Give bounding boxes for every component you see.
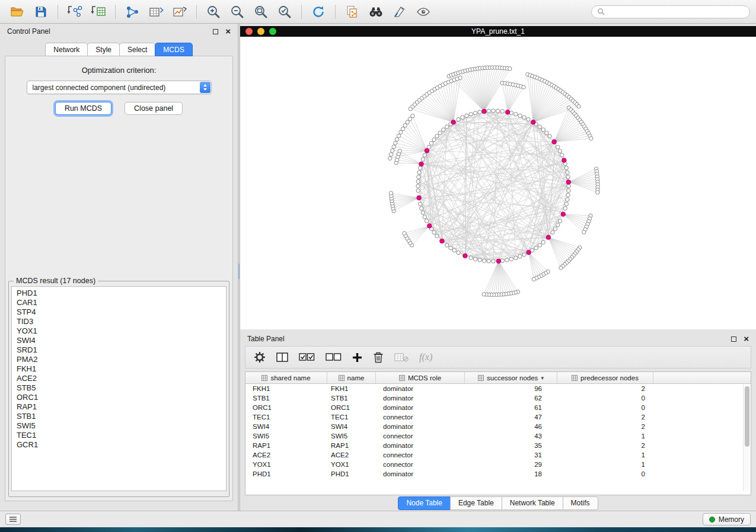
save-session-button[interactable] [30,2,52,21]
list-item[interactable]: RAP1 [17,402,221,412]
table-row[interactable]: SWI5SWI5connector431 [245,431,751,441]
column-header-successor-nodes[interactable]: successor nodes ▾ [465,372,557,383]
close-table-panel-icon[interactable]: × [744,336,749,342]
show-hide-button[interactable] [412,2,435,21]
list-item[interactable]: PMA2 [17,355,221,364]
close-window-icon[interactable] [245,28,253,35]
main-toolbar [0,0,756,24]
import-network-button[interactable] [63,2,86,21]
tab-style[interactable]: Style [87,43,120,56]
dominator-node [419,162,424,166]
table-row[interactable]: YOX1YOX1connector291 [245,460,751,469]
list-item[interactable]: SRD1 [17,345,221,355]
float-table-panel-icon[interactable] [731,336,736,342]
list-item[interactable]: CAR1 [17,298,221,307]
table-cell: 2 [557,414,653,421]
scrollbar-thumb[interactable] [745,386,749,447]
table-vertical-scrollbar[interactable] [743,384,750,491]
zoom-in-button[interactable] [202,2,225,21]
tab-mcds[interactable]: MCDS [155,43,192,56]
table-cell: STB1 [327,395,376,402]
clone-network-button[interactable] [341,2,363,21]
splitter-handle-icon[interactable] [238,264,240,279]
table-row[interactable]: ACE2ACE2connector311 [245,450,751,460]
list-item[interactable]: STB1 [17,412,221,421]
add-column-button[interactable] [352,352,362,363]
minimize-window-icon[interactable] [257,28,264,35]
run-mcds-button[interactable]: Run MCDS [55,102,111,115]
list-item[interactable]: YOX1 [17,326,221,336]
style-brush-button[interactable] [388,2,411,21]
maximize-window-icon[interactable] [269,28,276,35]
list-item[interactable]: ORC1 [17,393,221,402]
table-row[interactable]: PHD1PHD1dominator180 [245,469,751,479]
table-row[interactable]: FKH1FKH1dominator962 [245,384,751,393]
list-item[interactable]: FKH1 [17,364,221,374]
list-item[interactable]: STP4 [17,307,221,317]
zoom-out-button[interactable] [226,2,248,21]
tab-select[interactable]: Select [119,43,155,56]
tab-network-table[interactable]: Network Table [502,496,563,510]
list-item[interactable]: PHD1 [17,289,221,298]
tab-motifs[interactable]: Motifs [563,496,598,510]
export-image-button[interactable] [168,2,191,21]
select-all-columns-button[interactable] [299,353,315,361]
network-canvas[interactable] [240,37,756,329]
dominator-node [425,149,429,153]
status-menu-button[interactable] [5,514,21,525]
list-item[interactable]: ACE2 [17,374,221,383]
right-column: YPA_prune.txt_1 Table Panel × [240,24,756,511]
table-cell: SWI5 [245,432,327,440]
refresh-layout-button[interactable] [307,2,330,21]
list-item[interactable]: SWI5 [17,421,221,431]
table-row[interactable]: TEC1TEC1connector472 [245,412,751,422]
float-panel-icon[interactable] [213,29,218,34]
search-field[interactable] [591,5,750,18]
network-window: YPA_prune.txt_1 [240,26,756,329]
mcds-result-list[interactable]: PHD1CAR1STP4TID3YOX1SWI4SRD1PMA2FKH1ACE2… [11,286,227,491]
list-item[interactable]: GCR1 [17,440,221,450]
memory-button[interactable]: Memory [703,513,751,525]
list-item[interactable]: TEC1 [17,431,221,440]
list-item[interactable]: TID3 [17,317,221,326]
column-grid-icon [399,375,405,381]
table-cell: 61 [465,404,557,411]
criterion-dropdown[interactable]: largest connected component (undirected) [27,81,212,94]
memory-status-icon [709,517,715,523]
new-table-button[interactable] [145,2,167,21]
column-header-shared-name[interactable]: shared name [245,372,327,383]
zoom-selected-button[interactable] [273,2,296,21]
table-grid-icon [149,5,164,18]
tab-node-table[interactable]: Node Table [398,496,451,510]
open-file-button[interactable] [6,2,28,21]
search-input[interactable] [608,8,744,16]
tab-edge-table[interactable]: Edge Table [450,496,502,510]
table-cell: RAP1 [327,442,376,449]
close-panel-icon[interactable]: × [225,28,231,34]
tab-network[interactable]: Network [45,43,88,56]
delete-table-icon [394,352,409,362]
table-cell: 18 [465,470,557,477]
delete-column-button[interactable] [373,351,384,363]
first-neighbors-button[interactable] [365,2,387,21]
column-header-predecessor-nodes[interactable]: predecessor nodes [557,372,653,383]
list-item[interactable]: SWI4 [17,336,221,345]
list-item[interactable]: STB5 [17,383,221,393]
import-table-button[interactable] [87,2,110,21]
network-titlebar[interactable]: YPA_prune.txt_1 [240,26,756,37]
column-header-mcds-role[interactable]: MCDS role [376,372,465,383]
zoom-fit-button[interactable] [250,2,272,21]
network-graph[interactable] [240,37,754,329]
unselect-all-columns-button[interactable] [326,353,342,361]
new-network-button[interactable] [121,2,143,21]
table-row[interactable]: ORC1ORC1dominator610 [245,403,751,412]
table-settings-button[interactable] [254,351,266,363]
table-row[interactable]: SWI4SWI4dominator462 [245,422,751,431]
show-columns-button[interactable] [276,352,288,363]
table-row[interactable]: STB1STB1dominator620 [245,393,751,403]
window-traffic-lights [245,28,276,35]
column-header-name[interactable]: name [327,372,376,383]
table-row[interactable]: RAP1RAP1dominator352 [245,441,751,450]
close-panel-button[interactable]: Close panel [125,102,183,115]
criterion-dropdown-value: largest connected component (undirected) [33,84,166,92]
